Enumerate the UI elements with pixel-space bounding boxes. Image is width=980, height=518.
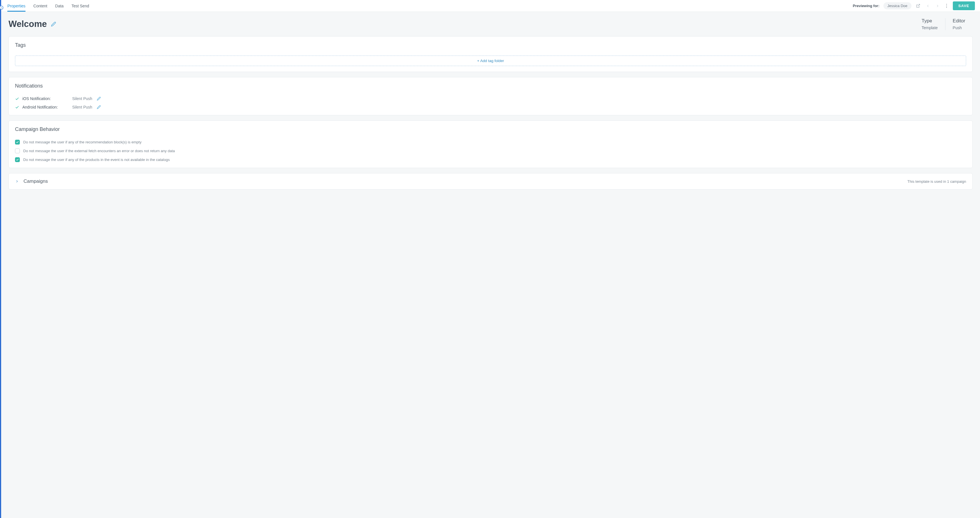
ios-notification-row: iOS Notification: Silent Push	[15, 96, 966, 101]
tab-content[interactable]: Content	[33, 0, 47, 12]
campaigns-card: Campaigns This template is used in 1 cam…	[8, 173, 973, 190]
meta-type-label: Type	[922, 18, 938, 24]
notifications-card-title: Notifications	[15, 83, 966, 89]
more-menu-icon[interactable]: ⋮	[944, 4, 949, 8]
edit-android-notification-icon[interactable]	[97, 105, 101, 109]
behavior-option-3: Do not message the user if any of the pr…	[15, 157, 966, 162]
ios-notification-label: iOS Notification:	[22, 96, 68, 101]
svg-line-0	[918, 4, 920, 6]
behavior-checkbox-3[interactable]	[15, 157, 20, 162]
behavior-option-2-label: Do not message the user if the external …	[23, 149, 175, 153]
chevron-right-icon[interactable]	[15, 179, 19, 183]
behavior-option-3-label: Do not message the user if any of the pr…	[23, 158, 170, 162]
meta-type: Type Template	[914, 18, 945, 30]
save-button[interactable]: SAVE	[953, 2, 975, 10]
add-tag-folder-button[interactable]: + Add tag folder	[15, 56, 966, 66]
meta-editor-value: Push	[953, 26, 965, 30]
check-icon	[15, 97, 19, 101]
preview-user-pill[interactable]: Jessica Doe	[883, 2, 912, 10]
tab-list: Properties Content Data Test Send	[7, 0, 89, 12]
meta-type-value: Template	[922, 26, 938, 30]
campaign-behavior-card: Campaign Behavior Do not message the use…	[8, 120, 973, 168]
behavior-checkbox-1[interactable]	[15, 140, 20, 145]
meta-editor-label: Editor	[953, 18, 965, 24]
page-title: Welcome	[8, 19, 47, 29]
tab-properties[interactable]: Properties	[7, 0, 25, 12]
android-notification-label: Android Notification:	[22, 105, 68, 109]
behavior-checkbox-2[interactable]	[15, 148, 20, 153]
tab-test-send[interactable]: Test Send	[72, 0, 89, 12]
tags-card-title: Tags	[15, 42, 966, 48]
external-link-icon[interactable]	[915, 3, 921, 9]
meta-editor: Editor Push	[945, 18, 973, 30]
campaigns-status: This template is used in 1 campaign	[907, 179, 966, 183]
top-bar: Properties Content Data Test Send Previe…	[1, 0, 980, 12]
android-notification-value: Silent Push	[72, 105, 92, 109]
behavior-option-1-label: Do not message the user if any of the re…	[23, 140, 142, 144]
preview-for-label: Previewing for:	[853, 4, 880, 8]
edit-ios-notification-icon[interactable]	[97, 97, 101, 100]
android-notification-row: Android Notification: Silent Push	[15, 105, 966, 109]
prev-arrow-icon	[925, 3, 931, 9]
campaigns-title: Campaigns	[24, 179, 48, 184]
behavior-option-2: Do not message the user if the external …	[15, 148, 966, 153]
ios-notification-value: Silent Push	[72, 96, 92, 101]
tags-card: Tags + Add tag folder	[8, 36, 973, 72]
notifications-card: Notifications iOS Notification: Silent P…	[8, 77, 973, 115]
check-icon	[15, 105, 19, 109]
behavior-option-1: Do not message the user if any of the re…	[15, 140, 966, 145]
campaign-behavior-title: Campaign Behavior	[15, 126, 966, 132]
page-header: Welcome Type Template Editor Push	[1, 12, 980, 33]
tab-data[interactable]: Data	[55, 0, 64, 12]
edit-title-icon[interactable]	[51, 22, 56, 27]
next-arrow-icon	[935, 3, 940, 9]
